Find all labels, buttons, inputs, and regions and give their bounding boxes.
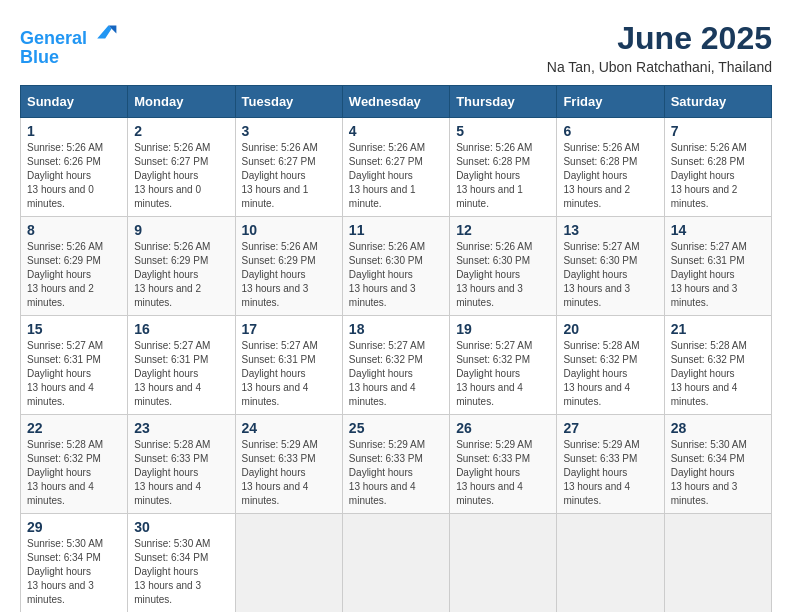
day-info: Sunrise: 5:26 AMSunset: 6:29 PMDaylight …	[242, 240, 336, 310]
calendar-week-1: 1Sunrise: 5:26 AMSunset: 6:26 PMDaylight…	[21, 118, 772, 217]
calendar-week-2: 8Sunrise: 5:26 AMSunset: 6:29 PMDaylight…	[21, 217, 772, 316]
day-number: 22	[27, 420, 121, 436]
day-info: Sunrise: 5:27 AMSunset: 6:31 PMDaylight …	[671, 240, 765, 310]
column-header-friday: Friday	[557, 86, 664, 118]
calendar-cell	[664, 514, 771, 613]
calendar-cell: 2Sunrise: 5:26 AMSunset: 6:27 PMDaylight…	[128, 118, 235, 217]
day-info: Sunrise: 5:26 AMSunset: 6:30 PMDaylight …	[349, 240, 443, 310]
calendar-cell: 27Sunrise: 5:29 AMSunset: 6:33 PMDayligh…	[557, 415, 664, 514]
calendar-cell: 26Sunrise: 5:29 AMSunset: 6:33 PMDayligh…	[450, 415, 557, 514]
calendar-cell: 28Sunrise: 5:30 AMSunset: 6:34 PMDayligh…	[664, 415, 771, 514]
column-header-thursday: Thursday	[450, 86, 557, 118]
day-info: Sunrise: 5:26 AMSunset: 6:29 PMDaylight …	[27, 240, 121, 310]
column-header-saturday: Saturday	[664, 86, 771, 118]
day-number: 12	[456, 222, 550, 238]
header: General Blue June 2025 Na Tan, Ubon Ratc…	[20, 20, 772, 75]
day-number: 16	[134, 321, 228, 337]
day-info: Sunrise: 5:26 AMSunset: 6:27 PMDaylight …	[242, 141, 336, 211]
day-number: 18	[349, 321, 443, 337]
day-number: 11	[349, 222, 443, 238]
column-header-monday: Monday	[128, 86, 235, 118]
day-number: 19	[456, 321, 550, 337]
day-number: 21	[671, 321, 765, 337]
day-number: 14	[671, 222, 765, 238]
calendar-cell: 12Sunrise: 5:26 AMSunset: 6:30 PMDayligh…	[450, 217, 557, 316]
day-number: 30	[134, 519, 228, 535]
calendar-cell: 5Sunrise: 5:26 AMSunset: 6:28 PMDaylight…	[450, 118, 557, 217]
day-number: 29	[27, 519, 121, 535]
calendar-cell: 13Sunrise: 5:27 AMSunset: 6:30 PMDayligh…	[557, 217, 664, 316]
day-info: Sunrise: 5:29 AMSunset: 6:33 PMDaylight …	[563, 438, 657, 508]
calendar-cell	[450, 514, 557, 613]
calendar-cell: 24Sunrise: 5:29 AMSunset: 6:33 PMDayligh…	[235, 415, 342, 514]
day-info: Sunrise: 5:28 AMSunset: 6:32 PMDaylight …	[671, 339, 765, 409]
day-number: 2	[134, 123, 228, 139]
calendar-cell: 1Sunrise: 5:26 AMSunset: 6:26 PMDaylight…	[21, 118, 128, 217]
day-number: 3	[242, 123, 336, 139]
calendar-cell: 17Sunrise: 5:27 AMSunset: 6:31 PMDayligh…	[235, 316, 342, 415]
day-number: 9	[134, 222, 228, 238]
day-info: Sunrise: 5:29 AMSunset: 6:33 PMDaylight …	[349, 438, 443, 508]
day-info: Sunrise: 5:26 AMSunset: 6:27 PMDaylight …	[349, 141, 443, 211]
day-number: 8	[27, 222, 121, 238]
day-info: Sunrise: 5:26 AMSunset: 6:28 PMDaylight …	[671, 141, 765, 211]
day-info: Sunrise: 5:28 AMSunset: 6:32 PMDaylight …	[27, 438, 121, 508]
calendar-cell: 16Sunrise: 5:27 AMSunset: 6:31 PMDayligh…	[128, 316, 235, 415]
calendar-week-3: 15Sunrise: 5:27 AMSunset: 6:31 PMDayligh…	[21, 316, 772, 415]
title-section: June 2025 Na Tan, Ubon Ratchathani, Thai…	[547, 20, 772, 75]
day-info: Sunrise: 5:26 AMSunset: 6:26 PMDaylight …	[27, 141, 121, 211]
day-number: 13	[563, 222, 657, 238]
calendar-cell: 29Sunrise: 5:30 AMSunset: 6:34 PMDayligh…	[21, 514, 128, 613]
day-info: Sunrise: 5:27 AMSunset: 6:31 PMDaylight …	[134, 339, 228, 409]
calendar-cell: 9Sunrise: 5:26 AMSunset: 6:29 PMDaylight…	[128, 217, 235, 316]
calendar-cell	[235, 514, 342, 613]
calendar-header-row: SundayMondayTuesdayWednesdayThursdayFrid…	[21, 86, 772, 118]
day-info: Sunrise: 5:30 AMSunset: 6:34 PMDaylight …	[27, 537, 121, 607]
day-number: 26	[456, 420, 550, 436]
day-info: Sunrise: 5:26 AMSunset: 6:29 PMDaylight …	[134, 240, 228, 310]
calendar-cell: 3Sunrise: 5:26 AMSunset: 6:27 PMDaylight…	[235, 118, 342, 217]
calendar-cell: 18Sunrise: 5:27 AMSunset: 6:32 PMDayligh…	[342, 316, 449, 415]
day-info: Sunrise: 5:26 AMSunset: 6:28 PMDaylight …	[456, 141, 550, 211]
column-header-sunday: Sunday	[21, 86, 128, 118]
day-number: 10	[242, 222, 336, 238]
calendar-cell: 25Sunrise: 5:29 AMSunset: 6:33 PMDayligh…	[342, 415, 449, 514]
calendar-cell: 19Sunrise: 5:27 AMSunset: 6:32 PMDayligh…	[450, 316, 557, 415]
logo: General Blue	[20, 20, 118, 68]
day-number: 4	[349, 123, 443, 139]
logo-text: General	[20, 20, 118, 49]
calendar-cell: 20Sunrise: 5:28 AMSunset: 6:32 PMDayligh…	[557, 316, 664, 415]
calendar-cell: 21Sunrise: 5:28 AMSunset: 6:32 PMDayligh…	[664, 316, 771, 415]
calendar-cell: 7Sunrise: 5:26 AMSunset: 6:28 PMDaylight…	[664, 118, 771, 217]
day-info: Sunrise: 5:27 AMSunset: 6:31 PMDaylight …	[27, 339, 121, 409]
day-info: Sunrise: 5:29 AMSunset: 6:33 PMDaylight …	[456, 438, 550, 508]
day-info: Sunrise: 5:30 AMSunset: 6:34 PMDaylight …	[134, 537, 228, 607]
calendar-week-5: 29Sunrise: 5:30 AMSunset: 6:34 PMDayligh…	[21, 514, 772, 613]
day-info: Sunrise: 5:28 AMSunset: 6:32 PMDaylight …	[563, 339, 657, 409]
day-number: 20	[563, 321, 657, 337]
calendar-subtitle: Na Tan, Ubon Ratchathani, Thailand	[547, 59, 772, 75]
day-number: 25	[349, 420, 443, 436]
column-header-tuesday: Tuesday	[235, 86, 342, 118]
day-info: Sunrise: 5:30 AMSunset: 6:34 PMDaylight …	[671, 438, 765, 508]
day-number: 24	[242, 420, 336, 436]
calendar-cell: 10Sunrise: 5:26 AMSunset: 6:29 PMDayligh…	[235, 217, 342, 316]
calendar-cell: 8Sunrise: 5:26 AMSunset: 6:29 PMDaylight…	[21, 217, 128, 316]
calendar-cell: 14Sunrise: 5:27 AMSunset: 6:31 PMDayligh…	[664, 217, 771, 316]
day-number: 27	[563, 420, 657, 436]
calendar-cell: 22Sunrise: 5:28 AMSunset: 6:32 PMDayligh…	[21, 415, 128, 514]
day-info: Sunrise: 5:27 AMSunset: 6:30 PMDaylight …	[563, 240, 657, 310]
calendar-cell: 15Sunrise: 5:27 AMSunset: 6:31 PMDayligh…	[21, 316, 128, 415]
calendar-cell	[342, 514, 449, 613]
calendar-cell	[557, 514, 664, 613]
day-info: Sunrise: 5:26 AMSunset: 6:30 PMDaylight …	[456, 240, 550, 310]
calendar-title: June 2025	[547, 20, 772, 57]
day-number: 23	[134, 420, 228, 436]
calendar-cell: 30Sunrise: 5:30 AMSunset: 6:34 PMDayligh…	[128, 514, 235, 613]
day-number: 7	[671, 123, 765, 139]
day-info: Sunrise: 5:27 AMSunset: 6:32 PMDaylight …	[349, 339, 443, 409]
day-info: Sunrise: 5:26 AMSunset: 6:28 PMDaylight …	[563, 141, 657, 211]
column-header-wednesday: Wednesday	[342, 86, 449, 118]
day-info: Sunrise: 5:27 AMSunset: 6:32 PMDaylight …	[456, 339, 550, 409]
calendar-table: SundayMondayTuesdayWednesdayThursdayFrid…	[20, 85, 772, 612]
